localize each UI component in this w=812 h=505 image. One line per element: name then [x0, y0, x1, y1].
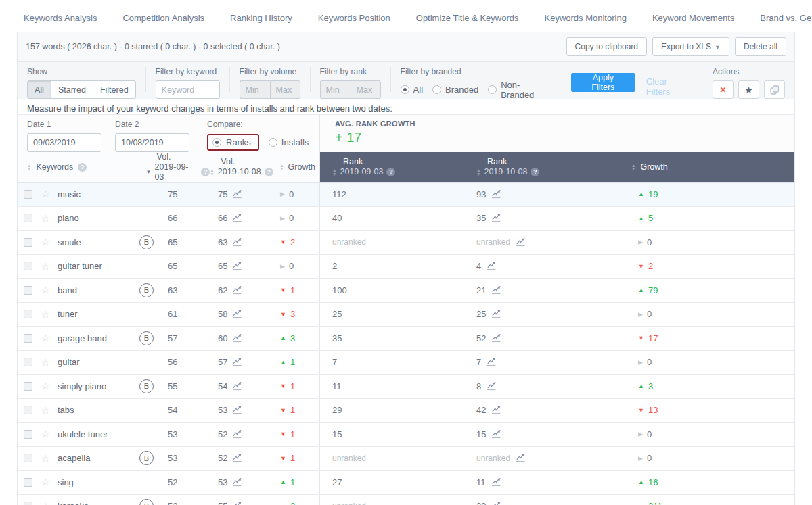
row-checkbox[interactable] [24, 286, 32, 295]
tab-keywords-monitoring[interactable]: Keywords Monitoring [545, 13, 627, 32]
tab-brand-vs-generic[interactable]: Brand vs. Generic [760, 13, 812, 32]
compare-installs-radio[interactable]: Installs [269, 137, 309, 147]
header-vol-date2[interactable]: Vol. ▲▼ 2019-10-08 ? [210, 152, 274, 182]
row-checkbox[interactable] [24, 454, 32, 462]
star-icon[interactable]: ☆ [41, 381, 50, 391]
sort-desc-icon[interactable]: ▼ [146, 167, 152, 177]
chart-icon[interactable] [516, 454, 526, 462]
row-checkbox[interactable] [24, 262, 32, 270]
date1-input[interactable] [27, 133, 102, 152]
copy-keywords-button[interactable] [764, 80, 785, 99]
sort-icon[interactable]: ▲▼ [27, 164, 31, 171]
star-icon[interactable]: ☆ [41, 285, 50, 295]
chart-icon[interactable] [232, 502, 242, 505]
chart-icon[interactable] [232, 358, 242, 366]
chart-icon[interactable] [491, 478, 501, 487]
chart-icon[interactable] [487, 382, 497, 391]
header-rank-date1[interactable]: Rank ▲▼ 2019-09-03 ? [320, 152, 466, 182]
star-icon[interactable]: ☆ [41, 501, 50, 505]
chart-icon[interactable] [232, 430, 242, 439]
chart-icon[interactable] [232, 454, 242, 462]
tab-competition-analysis[interactable]: Competition Analysis [122, 13, 204, 32]
sort-icon[interactable]: ▲▼ [476, 168, 480, 176]
star-icon[interactable]: ☆ [41, 237, 50, 247]
branded-branded-radio[interactable]: Branded [432, 85, 478, 95]
header-vol-date1[interactable]: Vol. ▼ 2019-09-03 ? [146, 152, 210, 182]
sort-icon[interactable]: ▲▼ [332, 168, 336, 176]
rank-min-input[interactable] [320, 80, 351, 99]
copy-to-clipboard-button[interactable]: Copy to clipboard [566, 37, 647, 56]
date2-input[interactable] [115, 133, 189, 152]
row-checkbox[interactable] [24, 358, 32, 366]
header-rank-growth[interactable]: ▲▼ Growth [618, 152, 794, 182]
row-checkbox[interactable] [24, 214, 32, 222]
chart-icon[interactable] [232, 238, 242, 247]
chart-icon[interactable] [487, 262, 497, 270]
help-icon[interactable]: ? [78, 163, 87, 172]
header-rank-date2[interactable]: Rank ▲▼ 2019-10-08 ? [466, 152, 618, 182]
export-xls-button[interactable]: Export to XLS▼ [652, 37, 729, 56]
compare-ranks-radio[interactable]: Ranks [207, 134, 259, 151]
clear-filters-link[interactable]: Clear Filters [646, 76, 692, 97]
show-starred-button[interactable]: Starred [51, 80, 93, 99]
chart-icon[interactable] [491, 190, 501, 199]
star-icon[interactable]: ☆ [41, 213, 50, 224]
chart-icon[interactable] [491, 430, 501, 439]
chart-icon[interactable] [232, 262, 242, 270]
apply-filters-button[interactable]: Apply Filters [571, 73, 635, 92]
chart-icon[interactable] [491, 406, 501, 414]
show-all-button[interactable]: All [27, 80, 51, 99]
chart-icon[interactable] [491, 502, 501, 505]
row-checkbox[interactable] [24, 238, 32, 247]
row-checkbox[interactable] [24, 334, 32, 343]
rank-max-input[interactable] [351, 80, 381, 99]
sort-icon[interactable]: ▲▼ [631, 164, 635, 171]
chart-icon[interactable] [232, 478, 242, 487]
row-checkbox[interactable] [24, 382, 32, 391]
chart-icon[interactable] [491, 310, 501, 318]
chart-icon[interactable] [232, 190, 242, 199]
sort-icon[interactable]: ▲▼ [210, 168, 214, 176]
volume-max-input[interactable] [270, 80, 300, 99]
tab-keyword-movements[interactable]: Keyword Movements [652, 13, 734, 32]
row-checkbox[interactable] [24, 430, 32, 439]
chart-icon[interactable] [232, 214, 242, 222]
branded-all-radio[interactable]: All [401, 85, 423, 95]
help-icon[interactable]: ? [201, 168, 210, 176]
chart-icon[interactable] [491, 286, 501, 295]
chart-icon[interactable] [232, 310, 242, 318]
help-icon[interactable]: ? [531, 168, 539, 176]
chart-icon[interactable] [516, 238, 526, 247]
row-checkbox[interactable] [24, 190, 32, 199]
chart-icon[interactable] [232, 286, 242, 295]
chart-icon[interactable] [491, 214, 501, 222]
star-icon[interactable]: ☆ [41, 453, 50, 464]
volume-min-input[interactable] [240, 80, 270, 99]
chart-icon[interactable] [232, 334, 242, 343]
tab-keywords-analysis[interactable]: Keywords Analysis [24, 13, 97, 32]
star-icon[interactable]: ☆ [41, 189, 50, 199]
star-keywords-button[interactable]: ★ [738, 80, 759, 99]
header-keywords[interactable]: ▲▼ Keywords ? [18, 152, 146, 182]
row-checkbox[interactable] [24, 310, 32, 318]
sort-icon[interactable]: ▲▼ [279, 164, 284, 171]
help-icon[interactable]: ? [386, 168, 395, 176]
star-icon[interactable]: ☆ [41, 309, 50, 320]
delete-keywords-button[interactable]: ✕ [713, 80, 734, 99]
chart-icon[interactable] [491, 334, 501, 343]
chart-icon[interactable] [232, 382, 242, 391]
star-icon[interactable]: ☆ [41, 333, 50, 343]
chart-icon[interactable] [232, 406, 242, 414]
show-filtered-button[interactable]: Filtered [93, 80, 136, 99]
star-icon[interactable]: ☆ [41, 429, 50, 439]
keyword-filter-input[interactable] [156, 80, 220, 99]
delete-all-button[interactable]: Delete all [735, 37, 786, 56]
chart-icon[interactable] [487, 358, 497, 366]
star-icon[interactable]: ☆ [41, 261, 50, 272]
branded-nonbranded-radio[interactable]: Non-Branded [488, 80, 550, 100]
star-icon[interactable]: ☆ [41, 357, 50, 368]
star-icon[interactable]: ☆ [41, 405, 50, 416]
tab-ranking-history[interactable]: Ranking History [230, 13, 292, 32]
tab-optimize-title-keywords[interactable]: Optimize Title & Keywords [416, 13, 519, 32]
help-icon[interactable]: ? [265, 168, 273, 176]
